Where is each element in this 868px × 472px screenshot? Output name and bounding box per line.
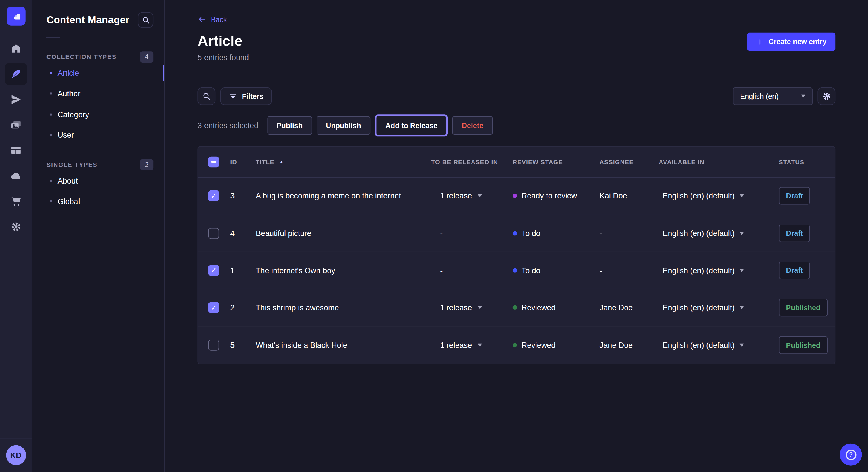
filter-icon: [228, 92, 237, 101]
nav-rail: KD: [0, 0, 32, 472]
column-header-id[interactable]: ID: [219, 159, 256, 165]
locale-dropdown[interactable]: English (en) (default): [659, 341, 779, 349]
entries-table: ID TITLE TO BE RELEASED IN REVIEW STAGE …: [197, 146, 835, 365]
bullet-icon: [50, 134, 52, 136]
sidebar-item-author[interactable]: Author: [32, 83, 164, 104]
filters-button[interactable]: Filters: [220, 88, 272, 105]
table-row[interactable]: 1 The internet's Own boy - To do - Engli…: [198, 252, 835, 289]
entries-count: 5 entries found: [197, 53, 249, 62]
release-value: -: [440, 229, 443, 238]
column-header-available-in[interactable]: AVAILABLE IN: [659, 159, 779, 165]
locale-dropdown[interactable]: English (en) (default): [659, 192, 779, 200]
caret-down-icon: [739, 306, 744, 309]
locale-dropdown[interactable]: English (en) (default): [659, 229, 779, 238]
row-checkbox[interactable]: [208, 228, 219, 239]
sidebar-item-label: About: [58, 176, 78, 185]
deploy-cloud-icon[interactable]: [5, 165, 27, 187]
release-dropdown[interactable]: 1 release: [431, 192, 513, 200]
cell-assignee: Jane Doe: [600, 341, 659, 349]
stage-label: Ready to review: [522, 192, 577, 200]
view-settings-gear-button[interactable]: [817, 88, 835, 105]
sidebar-item-label: Author: [58, 89, 81, 98]
releases-paper-plane-icon[interactable]: [5, 89, 27, 111]
stage-dot-icon: [513, 268, 517, 272]
home-icon[interactable]: [5, 38, 27, 60]
bullet-icon: [50, 93, 52, 95]
locale-dropdown[interactable]: English (en) (default): [659, 303, 779, 312]
column-header-status[interactable]: STATUS: [779, 159, 835, 165]
table-row[interactable]: 4 Beautiful picture - To do - English (e…: [198, 215, 835, 252]
active-indicator: [163, 65, 164, 80]
table-row[interactable]: 5 What's inside a Black Hole 1 release R…: [198, 327, 835, 364]
column-header-title[interactable]: TITLE: [256, 159, 431, 165]
sidebar-item-user[interactable]: User: [32, 125, 164, 145]
strapi-logo-icon[interactable]: [6, 6, 25, 25]
media-library-icon[interactable]: [5, 114, 27, 136]
section-label-collection-types: COLLECTION TYPES: [46, 54, 117, 60]
content-type-builder-layout-icon[interactable]: [5, 139, 27, 162]
publish-button[interactable]: Publish: [267, 116, 312, 135]
cell-id: 4: [219, 229, 256, 238]
marketplace-cart-icon[interactable]: [5, 190, 27, 212]
content-manager-sidebar: Content Manager COLLECTION TYPES 4 Artic…: [32, 0, 165, 472]
locale-dropdown[interactable]: English (en) (default): [659, 266, 779, 275]
release-dropdown[interactable]: -: [431, 229, 513, 238]
column-header-release[interactable]: TO BE RELEASED IN: [431, 159, 513, 165]
release-dropdown[interactable]: 1 release: [431, 341, 513, 349]
unpublish-button[interactable]: Unpublish: [317, 116, 371, 135]
caret-down-icon: [477, 194, 482, 198]
nav-rail-icons: [0, 32, 32, 238]
sidebar-search-button[interactable]: [138, 12, 153, 28]
sidebar-item-about[interactable]: About: [32, 170, 164, 191]
create-button-label: Create new entry: [768, 38, 826, 46]
column-header-assignee[interactable]: ASSIGNEE: [600, 159, 659, 165]
delete-button[interactable]: Delete: [453, 116, 493, 135]
column-header-review-stage[interactable]: REVIEW STAGE: [513, 159, 600, 165]
row-checkbox[interactable]: [208, 265, 219, 276]
locale-value: English (en) (default): [662, 303, 735, 312]
cell-id: 5: [219, 341, 256, 349]
stage-dot-icon: [513, 194, 517, 198]
back-label: Back: [211, 15, 227, 24]
cell-review-stage: Reviewed: [513, 341, 600, 349]
table-row[interactable]: 2 This shrimp is awesome 1 release Revie…: [198, 289, 835, 327]
add-to-release-button[interactable]: Add to Release: [375, 114, 448, 136]
release-dropdown[interactable]: -: [431, 266, 513, 275]
sidebar-item-global[interactable]: Global: [32, 191, 164, 212]
cell-assignee: -: [600, 229, 659, 238]
bullet-icon: [50, 72, 52, 74]
cell-assignee: Kai Doe: [600, 192, 659, 200]
locale-value: English (en) (default): [662, 192, 735, 200]
settings-gear-icon[interactable]: [5, 216, 27, 238]
table-row[interactable]: 3 A bug is becoming a meme on the intern…: [198, 177, 835, 215]
search-icon: [202, 92, 211, 101]
caret-down-icon: [801, 95, 805, 98]
locale-select[interactable]: English (en): [733, 88, 813, 105]
select-all-checkbox[interactable]: [208, 156, 219, 167]
section-label-single-types: SINGLE TYPES: [46, 162, 98, 168]
create-new-entry-button[interactable]: Create new entry: [747, 33, 835, 51]
back-link[interactable]: Back: [197, 15, 227, 24]
sidebar-item-label: User: [58, 131, 74, 140]
filters-label: Filters: [242, 92, 264, 100]
cell-id: 1: [219, 266, 256, 275]
release-value: 1 release: [440, 192, 472, 200]
user-avatar[interactable]: KD: [6, 445, 26, 465]
search-button[interactable]: [197, 88, 215, 105]
release-dropdown[interactable]: 1 release: [431, 303, 513, 312]
sidebar-item-article[interactable]: Article: [32, 63, 164, 83]
cell-review-stage: Ready to review: [513, 192, 600, 200]
cell-id: 3: [219, 192, 256, 200]
page-heading: Article 5 entries found: [197, 33, 249, 62]
single-types-count-badge: 2: [140, 159, 153, 170]
release-value: 1 release: [440, 303, 472, 312]
row-checkbox[interactable]: [208, 302, 219, 313]
row-checkbox[interactable]: [208, 340, 219, 351]
cell-title: What's inside a Black Hole: [256, 341, 431, 349]
sidebar-item-category[interactable]: Category: [32, 104, 164, 125]
row-checkbox[interactable]: [208, 191, 219, 202]
cell-id: 2: [219, 303, 256, 312]
content-manager-feather-icon[interactable]: [5, 63, 27, 85]
sidebar-item-label: Article: [58, 69, 79, 77]
app-window: KD Content Manager COLLECTION TYPES 4 Ar…: [0, 0, 868, 472]
